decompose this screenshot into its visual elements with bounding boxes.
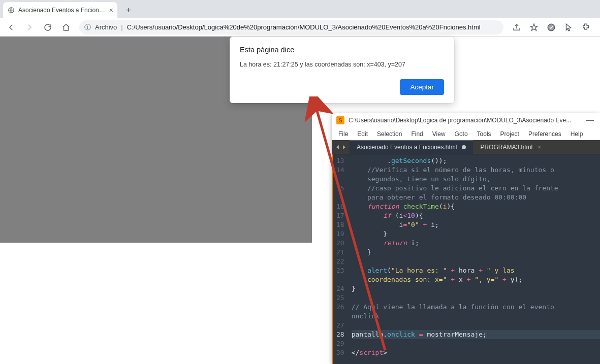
tab-title: Asocienado Eventos a Fnciones.h bbox=[18, 7, 106, 14]
line-number: 23 bbox=[336, 266, 344, 275]
code-line[interactable]: return i; bbox=[352, 239, 600, 248]
code-line[interactable]: //caso positivo le adiciona el cero en l… bbox=[352, 184, 600, 193]
alert-accept-button[interactable]: Aceptar bbox=[400, 79, 444, 95]
line-number: 16 bbox=[336, 202, 344, 211]
line-number: 18 bbox=[336, 220, 344, 229]
code-line[interactable]: function checkTime(i){ bbox=[352, 202, 600, 211]
sublime-menubar: FileEditSelectionFindViewGotoToolsProjec… bbox=[332, 128, 600, 140]
dirty-dot-icon bbox=[462, 145, 466, 149]
js-alert-dialog: Esta página dice La hora es: 21:27:25 y … bbox=[230, 37, 454, 103]
line-number: 27 bbox=[336, 321, 344, 330]
url-text: C:/Users/usuario/Desktop/Logica%20de%20p… bbox=[127, 23, 481, 31]
line-number: 21 bbox=[336, 248, 344, 257]
alert-message: La hora es: 21:27:25 y las coordenadas s… bbox=[240, 61, 444, 68]
code-line[interactable]: </script> bbox=[352, 348, 600, 357]
minimize-icon[interactable]: — bbox=[584, 116, 596, 125]
sublime-tab-label: PROGRAMA3.html bbox=[480, 144, 532, 151]
code-line[interactable]: onclick bbox=[352, 312, 600, 321]
code-line[interactable]: //Verifica si el número de las horas, mi… bbox=[352, 166, 600, 175]
code-line[interactable]: segundos, tiene un solo dígito, bbox=[352, 175, 600, 184]
sublime-tab[interactable]: PROGRAMA3.html× bbox=[473, 140, 548, 154]
code-line[interactable]: // Aquí viene la llamada a la función co… bbox=[352, 303, 600, 312]
address-bar[interactable]: ⓘ Archivo | C:/Users/usuario/Desktop/Log… bbox=[79, 20, 503, 35]
sublime-tab-label: Asocienado Eventos a Fnciones.html bbox=[357, 144, 457, 151]
check-icon[interactable] bbox=[543, 19, 559, 36]
line-number: 26 bbox=[336, 303, 344, 312]
line-number: 25 bbox=[336, 293, 344, 303]
line-number bbox=[336, 312, 344, 321]
close-tab-icon[interactable]: × bbox=[538, 144, 541, 151]
cursor-icon[interactable] bbox=[560, 19, 577, 36]
code-line[interactable]: if (i<10){ bbox=[352, 211, 600, 220]
line-number bbox=[336, 275, 344, 284]
line-number: 30 bbox=[336, 348, 344, 357]
line-number: 20 bbox=[336, 239, 344, 248]
code-line[interactable]: coordenadas son: x=" + x + ", y=" + y); bbox=[352, 275, 600, 284]
close-tab-icon[interactable]: × bbox=[109, 6, 113, 14]
extensions-icon[interactable] bbox=[578, 19, 594, 36]
sublime-tab[interactable]: Asocienado Eventos a Fnciones.html bbox=[350, 140, 473, 154]
reload-button[interactable] bbox=[40, 19, 56, 36]
code-line[interactable]: i="0" + i; bbox=[352, 220, 600, 229]
browser-tab[interactable]: Asocienado Eventos a Fnciones.h × bbox=[3, 2, 117, 18]
line-number: 19 bbox=[336, 229, 344, 239]
sublime-menu-item[interactable]: Tools bbox=[473, 129, 495, 139]
addr-separator: | bbox=[121, 23, 122, 31]
alert-title: Esta página dice bbox=[240, 46, 444, 54]
line-number: 15 bbox=[336, 184, 344, 193]
line-number: 13 bbox=[336, 156, 344, 166]
sublime-tab-nav[interactable] bbox=[332, 140, 350, 154]
code-line[interactable]: para obtener el formato deseado 00:00:00 bbox=[352, 193, 600, 202]
line-number: 22 bbox=[336, 257, 344, 266]
text-caret bbox=[487, 332, 487, 339]
sublime-window: S C:\Users\usuario\Desktop\Logica de pro… bbox=[332, 113, 600, 364]
code-line[interactable] bbox=[352, 321, 600, 330]
code-line[interactable]: .getSeconds()); bbox=[352, 156, 600, 166]
home-button[interactable] bbox=[58, 19, 74, 36]
sublime-menu-item[interactable]: File bbox=[334, 129, 352, 139]
sublime-menu-item[interactable]: Goto bbox=[451, 129, 472, 139]
code-line[interactable]: } bbox=[352, 229, 600, 239]
browser-tab-strip: Asocienado Eventos a Fnciones.h × + bbox=[0, 0, 600, 18]
new-tab-button[interactable]: + bbox=[121, 3, 136, 17]
addr-label: Archivo bbox=[95, 23, 117, 31]
sublime-menu-item[interactable]: Selection bbox=[373, 129, 406, 139]
code-line[interactable]: pantalla.onclick = mostrarMensaje; bbox=[352, 330, 600, 339]
sublime-tabs: Asocienado Eventos a Fnciones.htmlPROGRA… bbox=[332, 140, 600, 154]
site-info-icon[interactable]: ⓘ bbox=[84, 23, 91, 32]
sublime-menu-item[interactable]: Project bbox=[496, 129, 523, 139]
share-icon[interactable] bbox=[509, 19, 525, 36]
sublime-menu-item[interactable]: Edit bbox=[353, 129, 372, 139]
line-number bbox=[336, 193, 344, 202]
globe-icon bbox=[7, 6, 15, 14]
code-line[interactable] bbox=[352, 293, 600, 303]
sublime-menu-item[interactable]: Find bbox=[407, 129, 427, 139]
code-line[interactable]: alert("La hora es: " + hora + " y las bbox=[352, 266, 600, 275]
browser-toolbar: ⓘ Archivo | C:/Users/usuario/Desktop/Log… bbox=[0, 18, 600, 37]
sublime-titlebar[interactable]: S C:\Users\usuario\Desktop\Logica de pro… bbox=[332, 113, 600, 128]
sublime-logo-icon: S bbox=[336, 116, 344, 124]
sublime-menu-item[interactable]: View bbox=[428, 129, 450, 139]
code-editor[interactable]: 131415161718192021222324252627282930 .ge… bbox=[332, 154, 600, 364]
code-line[interactable] bbox=[352, 339, 600, 348]
line-number bbox=[336, 175, 344, 184]
sublime-menu-item[interactable]: Help bbox=[566, 129, 587, 139]
line-number: 17 bbox=[336, 211, 344, 220]
sublime-menu-item[interactable]: Preferences bbox=[524, 129, 565, 139]
forward-button[interactable] bbox=[21, 19, 38, 36]
line-number: 29 bbox=[336, 339, 344, 348]
bookmark-icon[interactable] bbox=[526, 19, 542, 36]
back-button[interactable] bbox=[3, 19, 19, 36]
code-line[interactable] bbox=[352, 257, 600, 266]
line-number: 14 bbox=[336, 166, 344, 175]
svg-point-1 bbox=[548, 24, 555, 31]
line-number: 28 bbox=[336, 330, 344, 339]
line-number: 24 bbox=[336, 284, 344, 293]
sublime-title: C:\Users\usuario\Desktop\Logica de progr… bbox=[349, 117, 580, 124]
code-line[interactable]: } bbox=[352, 284, 600, 293]
code-line[interactable]: } bbox=[352, 248, 600, 257]
